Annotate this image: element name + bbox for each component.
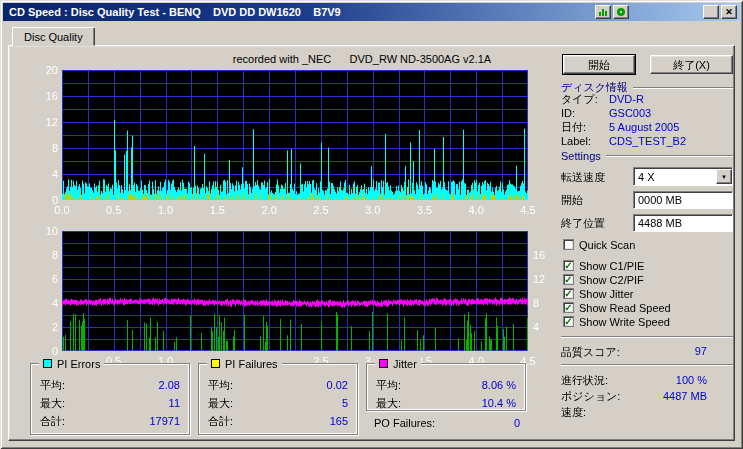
quality-score-row: 品質スコア: 97 <box>561 345 733 360</box>
close-button[interactable]: ✕ <box>721 5 737 19</box>
stat-legend: PI Errors <box>39 357 104 370</box>
stat-row: 最大:11 <box>40 394 180 412</box>
status-label: 進行状況: <box>561 373 608 388</box>
stat-title: Jitter <box>393 358 417 370</box>
chevron-down-icon[interactable]: ▼ <box>716 169 732 184</box>
disc-info-label: タイプ: <box>561 92 609 107</box>
disc-info-label: 日付: <box>561 120 609 135</box>
stat-value: 2.08 <box>159 379 180 391</box>
stat-value: 5 <box>342 397 348 409</box>
pi-errors-panel: PI Errors平均:2.08最大:11合計:17971 <box>30 363 190 435</box>
status-row: 速度: <box>561 404 733 420</box>
status-label: 速度: <box>561 405 586 420</box>
stat-label: 平均: <box>40 378 65 393</box>
checkbox-show-c2-pif[interactable]: ✓Show C2/PIF <box>563 273 735 286</box>
status-value: 100 % <box>676 374 707 386</box>
pi-errors-plot <box>62 70 528 200</box>
stat-row: 平均:2.08 <box>40 376 180 394</box>
checkbox-box[interactable] <box>563 239 574 250</box>
checkbox-box[interactable]: ✓ <box>563 316 574 327</box>
quality-score-label: 品質スコア: <box>561 345 620 360</box>
po-failures-label: PO Failures: <box>374 417 435 429</box>
color-swatch <box>43 359 52 368</box>
stat-label: 平均: <box>208 378 233 393</box>
checkbox-quick-scan[interactable]: Quick Scan <box>563 238 735 251</box>
status-value: 4487 MB <box>663 390 707 402</box>
disc-info-row: 日付:5 August 2005 <box>561 120 733 134</box>
checkbox-label: Show Read Speed <box>579 302 671 314</box>
status-row: 進行状況:100 % <box>561 372 733 388</box>
transfer-speed-label: 転送速度 <box>561 170 605 185</box>
jitter-panel: Jitter平均:8.06 %最大:10.4 % <box>366 363 526 411</box>
recorded-with-text: recorded with _NEC DVD_RW ND-3500AG v2.1… <box>129 53 595 65</box>
titlebar-spacer <box>631 12 701 13</box>
disc-info-label: Label: <box>561 135 609 147</box>
stat-row: 最大:5 <box>208 394 348 412</box>
checkbox-show-write-speed[interactable]: ✓Show Write Speed <box>563 315 735 328</box>
color-swatch <box>379 359 388 368</box>
quality-score-value: 97 <box>695 345 707 360</box>
disc-icon-button[interactable] <box>613 5 629 19</box>
stat-legend: Jitter <box>375 357 421 370</box>
stat-rows: 平均:2.08最大:11合計:17971 <box>31 364 189 430</box>
checkbox-label: Show Write Speed <box>579 316 670 328</box>
divider <box>561 336 733 338</box>
stat-value: 165 <box>330 415 348 427</box>
chart-icon-button[interactable] <box>595 5 611 19</box>
disc-info-value: 5 August 2005 <box>609 121 679 133</box>
status-rows: 進行状況:100 %ポジション:4487 MB速度: <box>561 372 733 420</box>
start-position-field[interactable]: 0000 MB <box>633 191 733 209</box>
minimize-button[interactable] <box>703 5 719 19</box>
start-button[interactable]: 開始 <box>563 55 635 74</box>
checkbox-show-read-speed[interactable]: ✓Show Read Speed <box>563 301 735 314</box>
color-swatch <box>211 359 220 368</box>
checkbox-label: Show C1/PIE <box>579 260 644 272</box>
settings-header-label: Settings <box>561 150 601 162</box>
stat-row: 最大:10.4 % <box>376 394 516 412</box>
stat-row: 合計:165 <box>208 412 348 430</box>
title-bar: CD Speed : Disc Quality Test - BENQ DVD … <box>3 3 740 21</box>
chart-icon <box>598 7 608 17</box>
checkbox-show-jitter[interactable]: ✓Show Jitter <box>563 287 735 300</box>
disc-info-label: ID: <box>561 107 609 119</box>
stat-value: 10.4 % <box>482 397 516 409</box>
stat-rows: 平均:8.06 %最大:10.4 % <box>367 364 525 412</box>
window-title: CD Speed : Disc Quality Test - BENQ DVD … <box>9 6 595 18</box>
checkbox-box[interactable]: ✓ <box>563 288 574 299</box>
pi-failures-jitter-plot <box>62 231 528 351</box>
checkbox-box[interactable]: ✓ <box>563 274 574 285</box>
stat-value: 8.06 % <box>482 379 516 391</box>
stat-label: 最大: <box>40 396 65 411</box>
section-divider <box>606 155 733 157</box>
end-position-label: 終了位置 <box>561 216 605 231</box>
po-failures-row: PO Failures:0 <box>374 417 520 429</box>
disc-info-row: タイプ:DVD-R <box>561 92 733 106</box>
checkbox-label: Show C2/PIF <box>579 274 644 286</box>
checkbox-label: Show Jitter <box>579 288 633 300</box>
checkbox-show-c1-pie[interactable]: ✓Show C1/PIE <box>563 259 735 272</box>
disc-info-row: ID:GSC003 <box>561 106 733 120</box>
start-position-label: 開始 <box>561 193 583 208</box>
checkbox-box[interactable]: ✓ <box>563 260 574 271</box>
settings-checkbox-list: Quick Scan✓Show C1/PIE✓Show C2/PIF✓Show … <box>563 238 735 329</box>
status-label: ポジション: <box>561 389 620 404</box>
disc-info-value: GSC003 <box>609 107 651 119</box>
stat-label: 合計: <box>40 414 65 429</box>
stat-label: 最大: <box>376 396 401 411</box>
tab-disc-quality[interactable]: Disc Quality <box>12 27 95 46</box>
divider <box>561 364 733 366</box>
disc-info-value: DVD-R <box>609 93 644 105</box>
stat-label: 合計: <box>208 414 233 429</box>
close-icon: ✕ <box>725 7 733 17</box>
transfer-speed-select[interactable]: 4 X ▼ <box>633 167 733 186</box>
end-position-field[interactable]: 4488 MB <box>633 214 733 232</box>
titlebar-buttons: ✕ <box>595 5 737 19</box>
transfer-speed-value: 4 X <box>638 171 655 183</box>
stat-value: 11 <box>169 397 180 409</box>
exit-button[interactable]: 終了(X) <box>650 55 733 74</box>
disc-icon <box>616 7 626 17</box>
settings-header: Settings <box>561 150 733 162</box>
checkbox-label: Quick Scan <box>579 239 635 251</box>
status-row: ポジション:4487 MB <box>561 388 733 404</box>
checkbox-box[interactable]: ✓ <box>563 302 574 313</box>
